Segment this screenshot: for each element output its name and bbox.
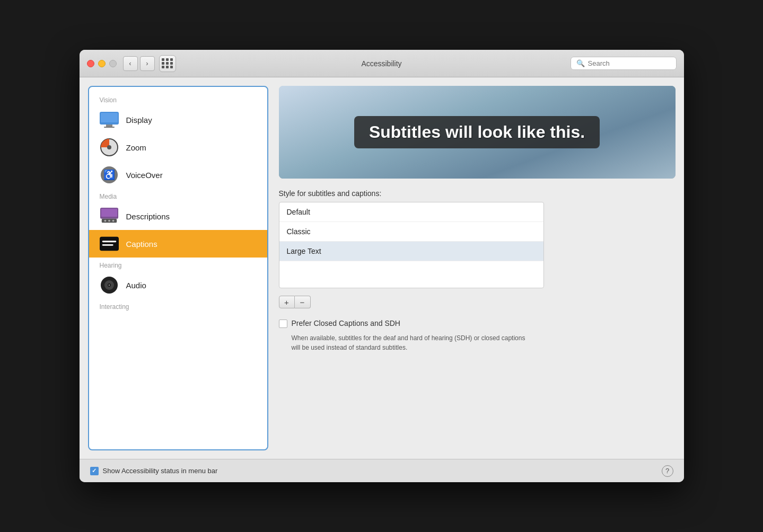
- audio-icon: [100, 276, 119, 295]
- svg-text:♿: ♿: [103, 169, 116, 181]
- style-item-default[interactable]: Default: [279, 202, 543, 222]
- svg-rect-16: [102, 244, 113, 246]
- closed-captions-label: Prefer Closed Captions and SDH: [292, 319, 400, 327]
- titlebar: ‹ › Accessibility 🔍: [80, 50, 684, 77]
- menu-bar-checkbox[interactable]: ✓: [90, 467, 99, 475]
- sidebar-item-display-label: Display: [126, 116, 152, 125]
- sidebar-item-descriptions[interactable]: Descriptions: [89, 202, 267, 230]
- subtitle-preview-text: Subtitles will look like this.: [369, 122, 585, 141]
- svg-rect-3: [104, 127, 115, 128]
- main-panel: Subtitles will look like this. Style for…: [268, 86, 676, 450]
- search-box[interactable]: 🔍: [571, 57, 677, 70]
- traffic-lights: [87, 60, 117, 67]
- close-button[interactable]: [87, 60, 94, 67]
- svg-point-13: [112, 220, 114, 222]
- minimize-button[interactable]: [98, 60, 106, 67]
- svg-rect-1: [101, 113, 118, 122]
- closed-captions-description: When available, subtitles for the deaf a…: [292, 333, 536, 352]
- captions-icon: [100, 234, 119, 253]
- sidebar-item-audio-label: Audio: [126, 281, 146, 290]
- subtitle-preview-box: Subtitles will look like this.: [354, 116, 600, 148]
- grid-view-button[interactable]: [159, 55, 176, 72]
- forward-button[interactable]: ›: [140, 56, 155, 71]
- svg-rect-14: [100, 237, 119, 251]
- bottom-bar: ✓ Show Accessibility status in menu bar …: [80, 459, 684, 482]
- svg-rect-9: [101, 209, 117, 217]
- style-item-empty: [279, 261, 543, 288]
- sidebar-item-captions[interactable]: Captions: [89, 230, 267, 258]
- svg-point-5: [107, 145, 111, 149]
- style-item-large-text[interactable]: Large Text: [279, 242, 543, 261]
- bottom-checkbox-row: ✓ Show Accessibility status in menu bar: [90, 467, 662, 475]
- sidebar-item-descriptions-label: Descriptions: [126, 212, 170, 221]
- sidebar-section-media: Media: [89, 189, 267, 202]
- display-icon: [100, 110, 119, 129]
- maximize-button[interactable]: [109, 60, 117, 67]
- back-button[interactable]: ‹: [123, 56, 138, 71]
- sidebar: Vision Display: [88, 86, 268, 450]
- zoom-icon: [100, 138, 119, 157]
- sidebar-item-voiceover[interactable]: ♿ VoiceOver: [89, 161, 267, 189]
- sidebar-section-interacting: Interacting: [89, 299, 267, 313]
- grid-icon: [162, 58, 173, 68]
- style-label: Style for subtitles and captions:: [279, 189, 676, 198]
- svg-rect-2: [106, 125, 112, 127]
- sidebar-item-captions-label: Captions: [126, 240, 157, 249]
- closed-captions-checkbox-row: Prefer Closed Captions and SDH: [279, 319, 676, 328]
- help-button[interactable]: ?: [662, 465, 673, 477]
- add-style-button[interactable]: +: [279, 296, 295, 308]
- sidebar-item-zoom[interactable]: Zoom: [89, 134, 267, 161]
- main-window: ‹ › Accessibility 🔍 Vision: [80, 50, 684, 482]
- style-item-classic[interactable]: Classic: [279, 222, 543, 242]
- remove-style-button[interactable]: −: [295, 296, 311, 308]
- svg-point-11: [104, 220, 106, 222]
- back-icon: ‹: [129, 59, 131, 67]
- svg-point-20: [108, 285, 110, 286]
- list-buttons: + −: [279, 296, 676, 308]
- closed-captions-checkbox[interactable]: [279, 320, 287, 328]
- sidebar-item-voiceover-label: VoiceOver: [126, 171, 163, 180]
- forward-icon: ›: [146, 59, 148, 67]
- svg-rect-15: [102, 241, 116, 242]
- checkmark-icon: ✓: [92, 467, 97, 474]
- sidebar-section-hearing: Hearing: [89, 258, 267, 271]
- content-area: Vision Display: [80, 77, 684, 459]
- window-title: Accessibility: [361, 59, 401, 68]
- search-icon: 🔍: [576, 59, 585, 67]
- sidebar-item-zoom-label: Zoom: [126, 143, 146, 152]
- search-input[interactable]: [588, 59, 677, 67]
- sidebar-item-audio[interactable]: Audio: [89, 271, 267, 299]
- sidebar-item-display[interactable]: Display: [89, 106, 267, 134]
- descriptions-icon: [100, 207, 119, 226]
- preview-banner: Subtitles will look like this.: [279, 86, 676, 179]
- menu-bar-label: Show Accessibility status in menu bar: [103, 467, 218, 475]
- style-list[interactable]: Default Classic Large Text: [279, 202, 544, 288]
- nav-buttons: ‹ ›: [123, 56, 155, 71]
- svg-point-12: [108, 220, 110, 222]
- voiceover-icon: ♿: [100, 165, 119, 184]
- sidebar-section-vision: Vision: [89, 92, 267, 106]
